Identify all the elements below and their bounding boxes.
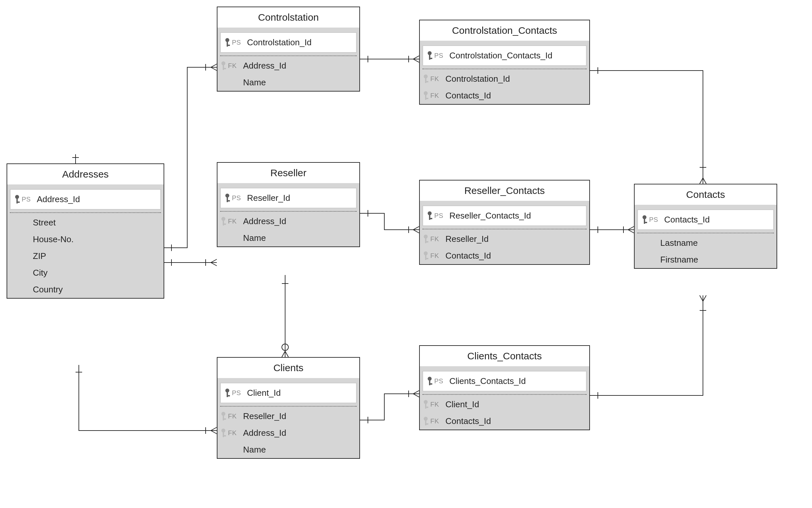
field-name: Country: [33, 285, 161, 295]
field-name: Address_Id: [243, 216, 357, 226]
divider: [220, 211, 357, 212]
field-row: FK Controlstation_Id: [420, 71, 589, 87]
field-name: House-No.: [33, 234, 161, 245]
key-icon: [426, 377, 433, 386]
entity-title: Controlstation_Contacts: [420, 20, 589, 43]
entity-contacts: Contacts PS Contacts_Id Lastname Firstna…: [634, 184, 777, 269]
entity-title: Reseller_Contacts: [420, 180, 589, 203]
key-type-label: FK: [430, 235, 439, 243]
key-icon: [14, 195, 21, 204]
divider: [637, 233, 774, 233]
entity-title: Clients_Contacts: [420, 346, 589, 368]
key-type-label: PS: [232, 39, 241, 46]
pk-row: PS Reseller_Id: [220, 188, 357, 208]
field-row: Street: [7, 214, 164, 231]
key-icon: [224, 388, 231, 398]
field-name: Name: [243, 444, 357, 455]
field-row: City: [7, 264, 164, 281]
key-type-label: FK: [228, 413, 237, 420]
field-row: Lastname: [634, 235, 776, 251]
entity-clients: Clients PS Client_Id FK Reseller_Id FK: [217, 357, 360, 459]
entity-addresses: Addresses PS Address_Id Street House-No.…: [7, 163, 164, 299]
divider: [422, 229, 587, 229]
key-icon: [220, 217, 227, 226]
erd-canvas: Addresses PS Address_Id Street House-No.…: [0, 0, 812, 508]
field-row: FK Contacts_Id: [420, 413, 589, 430]
key-icon: [426, 51, 433, 60]
pk-row: PS Reseller_Contacts_Id: [422, 205, 587, 226]
key-icon: [220, 412, 227, 421]
field-row: House-No.: [7, 231, 164, 248]
entity-controlstation-contacts: Controlstation_Contacts PS Controlstatio…: [419, 20, 590, 105]
field-name: Address_Id: [37, 194, 157, 205]
key-type-label: PS: [434, 377, 443, 385]
field-row: FK Address_Id: [218, 425, 359, 441]
svg-point-0: [282, 344, 288, 350]
key-type-label: PS: [22, 196, 31, 203]
key-icon: [422, 235, 429, 244]
field-name: Firstname: [660, 255, 774, 265]
divider: [422, 394, 587, 395]
field-name: Address_Id: [243, 61, 357, 71]
key-icon: [422, 75, 429, 84]
key-type-label: FK: [430, 92, 439, 99]
pk-row: PS Controlstation_Id: [220, 32, 357, 53]
field-name: Name: [243, 233, 357, 243]
key-type-label: FK: [430, 252, 439, 260]
field-name: Reseller_Id: [243, 411, 357, 421]
key-type-label: PS: [434, 212, 443, 219]
key-icon: [220, 61, 227, 71]
field-row: FK Address_Id: [218, 57, 359, 74]
key-type-label: FK: [430, 401, 439, 408]
key-type-label: PS: [649, 216, 658, 223]
key-icon: [422, 417, 429, 426]
field-name: Reseller_Id: [247, 193, 353, 203]
entity-clients-contacts: Clients_Contacts PS Clients_Contacts_Id …: [419, 345, 590, 430]
key-type-label: PS: [434, 52, 443, 59]
divider: [10, 212, 161, 213]
key-icon: [641, 215, 648, 224]
field-row: FK Client_Id: [420, 396, 589, 413]
field-row: Firstname: [634, 251, 776, 268]
field-name: Reseller_Contacts_Id: [449, 211, 583, 221]
field-name: Contacts_Id: [664, 215, 770, 225]
field-row: ZIP: [7, 248, 164, 264]
divider: [220, 406, 357, 407]
entity-controlstation: Controlstation PS Controlstation_Id FK A…: [217, 7, 360, 92]
key-type-label: FK: [228, 218, 237, 225]
field-row: FK Contacts_Id: [420, 87, 589, 104]
entity-title: Clients: [218, 358, 359, 380]
field-row: FK Address_Id: [218, 213, 359, 230]
field-name: Address_Id: [243, 428, 357, 438]
field-row: FK Reseller_Id: [420, 231, 589, 247]
key-type-label: PS: [232, 194, 241, 202]
key-type-label: FK: [228, 62, 237, 70]
key-icon: [220, 429, 227, 438]
field-row: Name: [218, 74, 359, 91]
key-icon: [224, 194, 231, 203]
entity-title: Addresses: [7, 164, 164, 186]
pk-row: PS Address_Id: [10, 189, 161, 210]
pk-row: PS Clients_Contacts_Id: [422, 371, 587, 391]
key-icon: [224, 38, 231, 47]
key-icon: [426, 211, 433, 220]
field-row: Country: [7, 281, 164, 298]
entity-title: Controlstation: [218, 7, 359, 30]
field-name: ZIP: [33, 251, 161, 261]
field-name: Name: [243, 78, 357, 88]
field-row: FK Reseller_Id: [218, 408, 359, 425]
entity-reseller-contacts: Reseller_Contacts PS Reseller_Contacts_I…: [419, 180, 590, 265]
field-name: Street: [33, 218, 161, 228]
field-name: Client_Id: [446, 399, 587, 410]
key-type-label: FK: [228, 429, 237, 437]
divider: [422, 69, 587, 69]
field-row: Name: [218, 441, 359, 458]
key-icon: [422, 91, 429, 100]
field-name: Controlstation_Id: [247, 37, 353, 48]
field-row: Name: [218, 230, 359, 247]
pk-row: PS Contacts_Id: [637, 209, 774, 230]
key-icon: [422, 400, 429, 409]
field-name: Lastname: [660, 238, 774, 248]
pk-row: PS Client_Id: [220, 383, 357, 403]
key-icon: [422, 251, 429, 261]
